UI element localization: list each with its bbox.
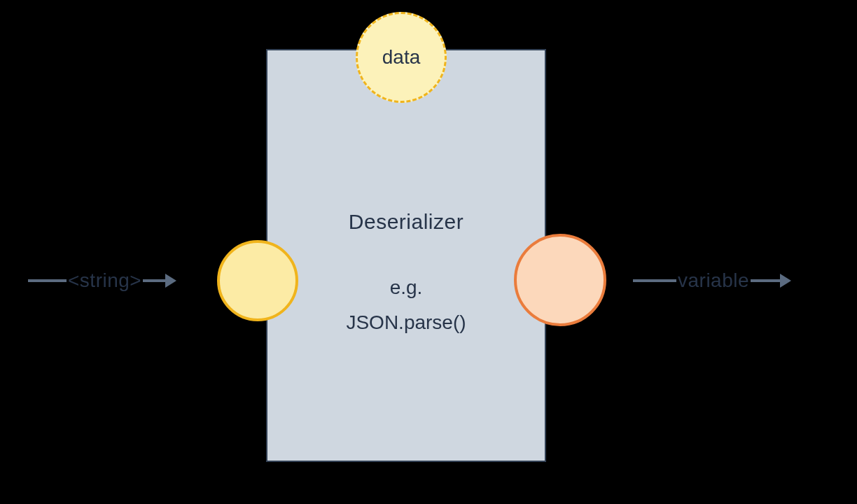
diagram-stage: Deserializer e.g. JSON.parse() data <str… — [0, 0, 857, 504]
arrow-line-icon — [143, 279, 165, 282]
input-node — [217, 240, 298, 321]
data-node-label: data — [382, 46, 421, 69]
arrow-line-icon — [751, 279, 780, 282]
box-title: Deserializer — [266, 210, 546, 234]
box-example-code: JSON.parse() — [266, 312, 546, 334]
data-node: data — [356, 12, 447, 103]
output-arrow-label: variable — [678, 270, 749, 292]
deserializer-box — [266, 49, 546, 462]
arrow-head-icon — [165, 274, 176, 288]
output-node — [514, 234, 606, 326]
arrow-line-icon — [633, 279, 676, 282]
input-arrow-label: <string> — [68, 270, 141, 292]
arrow-line-icon — [28, 279, 67, 282]
box-example-prefix: e.g. — [266, 276, 546, 299]
arrow-head-icon — [780, 274, 791, 288]
output-arrow: variable — [633, 270, 791, 292]
input-arrow: <string> — [28, 270, 176, 292]
